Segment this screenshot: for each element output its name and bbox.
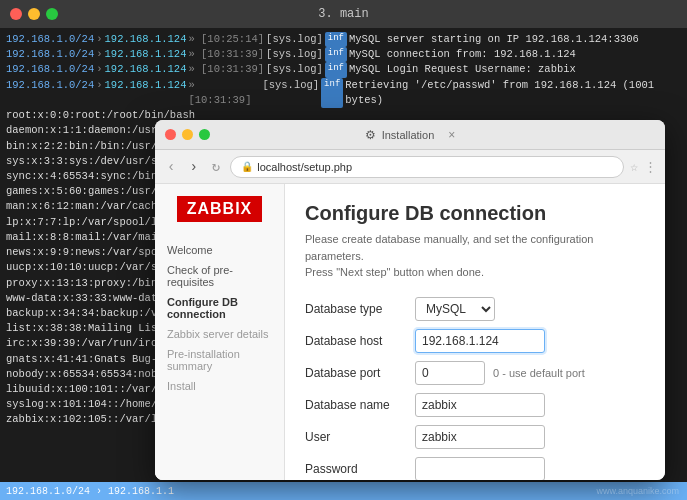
sidebar-item-server-details[interactable]: Zabbix server details: [167, 324, 272, 344]
badge-inf: inf: [325, 62, 347, 77]
db-name-input[interactable]: [415, 393, 545, 417]
db-port-row: Database port 0 - use default port: [305, 361, 645, 385]
db-host-row: Database host: [305, 329, 645, 353]
url-text: localhost/setup.php: [257, 161, 352, 173]
page-description: Please create database manually, and set…: [305, 231, 645, 281]
forward-button[interactable]: ›: [185, 157, 201, 177]
sidebar-item-prereqs[interactable]: Check of pre-requisites: [167, 260, 272, 292]
log-line-3: 192.168.1.0/24 › 192.168.1.124 » [10:31:…: [6, 62, 681, 77]
db-user-row: User: [305, 425, 645, 449]
db-password-row: Password: [305, 457, 645, 481]
setup-sidebar: ZABBIX Welcome Check of pre-requisites C…: [155, 184, 285, 480]
log-line-4: 192.168.1.0/24 › 192.168.1.124 » [10:31:…: [6, 78, 681, 108]
terminal-prompt-bar: 192.168.1.0/24 › 192.168.1.1: [6, 486, 174, 497]
terminal-close-btn[interactable]: [10, 8, 22, 20]
browser-title-bar-text: ⚙ Installation ×: [365, 128, 456, 142]
terminal-title: 3. main: [318, 7, 368, 21]
db-user-label: User: [305, 430, 415, 444]
terminal-window-controls: [10, 8, 58, 20]
browser-maximize-btn[interactable]: [199, 129, 210, 140]
db-port-label: Database port: [305, 366, 415, 380]
terminal-minimize-btn[interactable]: [28, 8, 40, 20]
url-bar[interactable]: 🔒 localhost/setup.php: [230, 156, 624, 178]
browser-toolbar: ‹ › ↻ 🔒 localhost/setup.php ☆ ⋮: [155, 150, 665, 184]
reload-button[interactable]: ↻: [208, 156, 224, 177]
browser-titlebar: ⚙ Installation ×: [155, 120, 665, 150]
sidebar-item-install[interactable]: Install: [167, 376, 272, 396]
browser-content-area: ZABBIX Welcome Check of pre-requisites C…: [155, 184, 665, 480]
browser-action-buttons: ☆ ⋮: [630, 159, 657, 175]
db-name-row: Database name: [305, 393, 645, 417]
db-password-label: Password: [305, 462, 415, 476]
badge-inf: inf: [325, 47, 347, 62]
browser-window-controls: [165, 129, 210, 140]
browser-tab-title: Installation: [382, 129, 435, 141]
back-button[interactable]: ‹: [163, 157, 179, 177]
sidebar-item-preinstall[interactable]: Pre-installation summary: [167, 344, 272, 376]
db-type-label: Database type: [305, 302, 415, 316]
setup-main-content: Configure DB connection Please create da…: [285, 184, 665, 480]
badge-inf: inf: [325, 32, 347, 47]
lock-icon: 🔒: [241, 161, 253, 172]
badge-inf: inf: [321, 78, 343, 108]
log-line-1: 192.168.1.0/24 › 192.168.1.124 » [10:25:…: [6, 32, 681, 47]
db-user-input[interactable]: [415, 425, 545, 449]
db-name-label: Database name: [305, 398, 415, 412]
browser-close-btn[interactable]: [165, 129, 176, 140]
browser-favicon: ⚙: [365, 128, 376, 142]
watermark: www.anquanike.com: [596, 486, 679, 496]
menu-icon[interactable]: ⋮: [644, 159, 657, 175]
terminal-maximize-btn[interactable]: [46, 8, 58, 20]
setup-nav: Welcome Check of pre-requisites Configur…: [155, 240, 284, 396]
db-host-input[interactable]: [415, 329, 545, 353]
terminal-titlebar: 3. main: [0, 0, 687, 28]
db-port-hint: 0 - use default port: [493, 367, 585, 379]
ip-src: 192.168.1.0/24: [6, 32, 94, 47]
bookmark-icon[interactable]: ☆: [630, 159, 638, 175]
zabbix-logo: ZABBIX: [177, 196, 263, 222]
browser-minimize-btn[interactable]: [182, 129, 193, 140]
db-type-row: Database type MySQL PostgreSQL Oracle: [305, 297, 645, 321]
db-password-input[interactable]: [415, 457, 545, 481]
db-port-input[interactable]: [415, 361, 485, 385]
page-title: Configure DB connection: [305, 202, 645, 225]
browser-window: ⚙ Installation × ‹ › ↻ 🔒 localhost/setup…: [155, 120, 665, 480]
db-host-label: Database host: [305, 334, 415, 348]
log-line-2: 192.168.1.0/24 › 192.168.1.124 » [10:31:…: [6, 47, 681, 62]
browser-tab-close[interactable]: ×: [448, 128, 455, 142]
db-type-select[interactable]: MySQL PostgreSQL Oracle: [415, 297, 495, 321]
sidebar-item-welcome[interactable]: Welcome: [167, 240, 272, 260]
sidebar-item-db-config[interactable]: Configure DB connection: [167, 292, 272, 324]
